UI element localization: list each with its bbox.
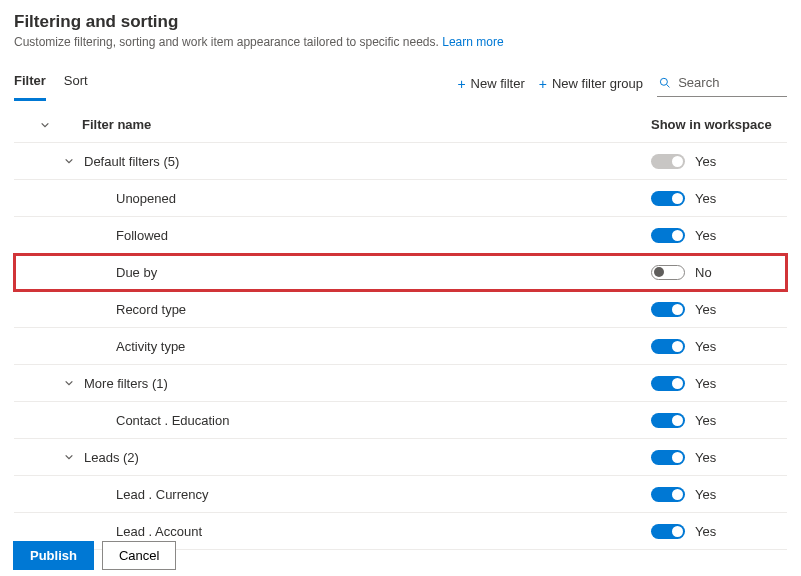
- toggle-knob: [672, 230, 683, 241]
- toggle-knob: [672, 452, 683, 463]
- row-name: Leads (2): [84, 450, 651, 465]
- row-show: Yes: [651, 450, 781, 465]
- toggle-knob: [654, 267, 664, 277]
- show-toggle[interactable]: [651, 339, 685, 354]
- footer: Publish Cancel: [13, 541, 176, 570]
- tab-sort[interactable]: Sort: [64, 67, 88, 100]
- chevron-down-icon: [64, 378, 74, 388]
- search-input[interactable]: [676, 74, 785, 91]
- table-row[interactable]: FollowedYes: [14, 217, 787, 254]
- table-body: Default filters (5)YesUnopenedYesFollowe…: [14, 143, 787, 550]
- plus-icon: +: [457, 77, 465, 91]
- table-row[interactable]: Lead . CurrencyYes: [14, 476, 787, 513]
- row-name: More filters (1): [84, 376, 651, 391]
- tabs-row: Filter Sort + New filter + New filter gr…: [14, 67, 787, 101]
- table-row[interactable]: Record typeYes: [14, 291, 787, 328]
- row-show: No: [651, 265, 781, 280]
- svg-point-0: [660, 78, 667, 85]
- row-expand[interactable]: [20, 156, 84, 166]
- toggle-label: No: [695, 265, 712, 280]
- show-toggle: [651, 154, 685, 169]
- toggle-label: Yes: [695, 376, 716, 391]
- row-show: Yes: [651, 228, 781, 243]
- cancel-button[interactable]: Cancel: [102, 541, 176, 570]
- learn-more-link[interactable]: Learn more: [442, 35, 503, 49]
- tab-filter[interactable]: Filter: [14, 67, 46, 101]
- toggle-label: Yes: [695, 228, 716, 243]
- col-header-show[interactable]: Show in workspace: [651, 117, 781, 132]
- toggle-knob: [672, 489, 683, 500]
- row-show: Yes: [651, 339, 781, 354]
- show-toggle[interactable]: [651, 265, 685, 280]
- toggle-knob: [672, 526, 683, 537]
- new-filter-label: New filter: [471, 76, 525, 91]
- row-show: Yes: [651, 487, 781, 502]
- publish-button[interactable]: Publish: [13, 541, 94, 570]
- row-show: Yes: [651, 413, 781, 428]
- row-name: Default filters (5): [84, 154, 651, 169]
- toggle-knob: [672, 304, 683, 315]
- row-show: Yes: [651, 302, 781, 317]
- table-group-row[interactable]: More filters (1)Yes: [14, 365, 787, 402]
- toggle-knob: [672, 378, 683, 389]
- row-name: Lead . Account: [116, 524, 651, 539]
- show-toggle[interactable]: [651, 487, 685, 502]
- row-name: Contact . Education: [116, 413, 651, 428]
- row-expand[interactable]: [20, 378, 84, 388]
- chevron-down-icon: [64, 156, 74, 166]
- toggle-label: Yes: [695, 154, 716, 169]
- toggle-label: Yes: [695, 302, 716, 317]
- tabs: Filter Sort: [14, 67, 88, 100]
- show-toggle[interactable]: [651, 524, 685, 539]
- toggle-label: Yes: [695, 524, 716, 539]
- row-show: Yes: [651, 154, 781, 169]
- page-subtitle: Customize filtering, sorting and work it…: [14, 35, 787, 49]
- row-expand[interactable]: [20, 452, 84, 462]
- plus-icon: +: [539, 77, 547, 91]
- toggle-label: Yes: [695, 487, 716, 502]
- search-field[interactable]: [657, 71, 787, 97]
- chevron-down-icon: [40, 120, 50, 130]
- subtitle-text: Customize filtering, sorting and work it…: [14, 35, 442, 49]
- row-show: Yes: [651, 191, 781, 206]
- col-header-name[interactable]: Filter name: [56, 117, 651, 132]
- chevron-down-icon: [64, 452, 74, 462]
- row-name: Lead . Currency: [116, 487, 651, 502]
- table-row[interactable]: Due byNo: [14, 254, 787, 291]
- table-group-row[interactable]: Leads (2)Yes: [14, 439, 787, 476]
- table-row[interactable]: Contact . EducationYes: [14, 402, 787, 439]
- toggle-knob: [672, 415, 683, 426]
- row-show: Yes: [651, 524, 781, 539]
- toggle-label: Yes: [695, 339, 716, 354]
- show-toggle[interactable]: [651, 228, 685, 243]
- table-row[interactable]: Activity typeYes: [14, 328, 787, 365]
- toggle-knob: [672, 193, 683, 204]
- show-toggle[interactable]: [651, 191, 685, 206]
- expand-all[interactable]: [20, 120, 56, 130]
- row-name: Activity type: [116, 339, 651, 354]
- toggle-label: Yes: [695, 191, 716, 206]
- table-row[interactable]: UnopenedYes: [14, 180, 787, 217]
- row-name: Record type: [116, 302, 651, 317]
- toggle-knob: [672, 156, 683, 167]
- show-toggle[interactable]: [651, 376, 685, 391]
- new-filter-button[interactable]: + New filter: [457, 76, 524, 91]
- show-toggle[interactable]: [651, 302, 685, 317]
- toggle-knob: [672, 341, 683, 352]
- table-header: Filter name Show in workspace: [14, 107, 787, 143]
- svg-line-1: [667, 84, 670, 87]
- toolbar-actions: + New filter + New filter group: [457, 71, 787, 97]
- row-show: Yes: [651, 376, 781, 391]
- table-group-row[interactable]: Default filters (5)Yes: [14, 143, 787, 180]
- toggle-label: Yes: [695, 413, 716, 428]
- show-toggle[interactable]: [651, 413, 685, 428]
- row-name: Unopened: [116, 191, 651, 206]
- page-title: Filtering and sorting: [14, 12, 787, 32]
- search-icon: [659, 76, 670, 89]
- row-name: Followed: [116, 228, 651, 243]
- new-filter-group-label: New filter group: [552, 76, 643, 91]
- toggle-label: Yes: [695, 450, 716, 465]
- show-toggle[interactable]: [651, 450, 685, 465]
- new-filter-group-button[interactable]: + New filter group: [539, 76, 643, 91]
- row-name: Due by: [116, 265, 651, 280]
